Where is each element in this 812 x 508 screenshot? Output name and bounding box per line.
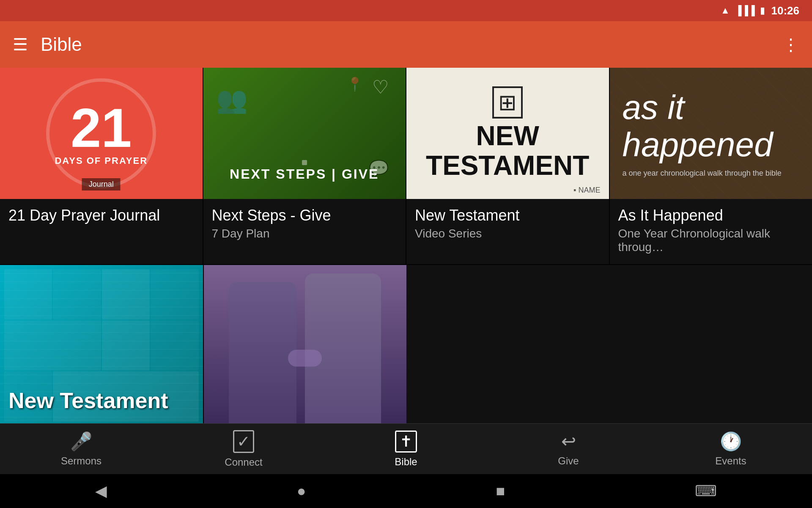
card-newtestament-subtitle: Video Series [415,227,601,240]
system-nav: ◀ ● ■ ⌨ [0,474,812,508]
nav-connect[interactable]: ✓ Connect [162,430,325,468]
newtestament-thumb-bg: ⊞ NEW TESTAMENT ▪ NAME [406,68,609,199]
toolbar: ☰ Bible ⋮ [0,21,812,68]
card-prayer-thumbnail: 21 DAYS OF PRAYER Journal [0,68,203,199]
card-newtestament-title: New Testament [415,207,601,224]
toolbar-title: Bible [41,34,770,55]
card-nextsteps-title: Next Steps - Give [212,207,398,224]
prayer-thumb-bg: 21 DAYS OF PRAYER Journal [0,68,203,199]
asithappened-main-text: as it happened [623,89,800,163]
home-button[interactable]: ● [297,482,306,500]
lovemarriage-thumb-bg [204,265,407,426]
nextsteps-overlay-text: NEXT STEPS | GIVE [203,166,406,182]
give-label: Give [558,455,579,467]
card-nextsteps-thumbnail: 👥 ♡ 📍 💬 NEXT STEPS | GIVE [203,68,406,199]
card-prayer-title: 21 Day Prayer Journal [8,207,194,224]
back-button[interactable]: ◀ [95,482,107,500]
status-icons: ▲ ▐▐▐ ▮ [721,5,765,16]
card-nextsteps-subtitle: 7 Day Plan [212,227,398,240]
bottom-nav: 🎤 Sermons ✓ Connect ✝ Bible ↩ Give 🕐 Eve… [0,423,812,474]
card-nextsteps-info: Next Steps - Give 7 Day Plan [203,199,406,251]
card-prayer-info: 21 Day Prayer Journal [0,199,203,237]
events-icon: 🕐 [720,431,742,452]
nt-title-big: NEW TESTAMENT [415,121,601,181]
connect-label: Connect [225,456,262,468]
battery-icon: ▮ [760,5,765,16]
give-icon: ↩ [561,431,576,452]
nav-events[interactable]: 🕐 Events [650,431,812,467]
events-label: Events [715,455,746,467]
prayer-circle: 21 DAYS OF PRAYER [46,78,156,188]
card-prayer[interactable]: 21 DAYS OF PRAYER Journal 21 Day Prayer … [0,68,203,264]
card-asithappened-title: As It Happened [618,207,804,224]
bible-icon: ✝ [395,431,417,453]
grid-row-1: 21 DAYS OF PRAYER Journal 21 Day Prayer … [0,68,812,264]
wifi-icon: ▲ [721,5,730,16]
nav-sermons[interactable]: 🎤 Sermons [0,431,162,467]
card-lovemarriage-thumbnail [204,265,407,426]
comic-label: New Testament [8,388,168,413]
card-newtestament-info: New Testament Video Series [406,199,609,251]
comic-thumb-bg: New Testament [0,265,203,426]
card-asithappened-subtitle: One Year Chronological walk throug… [618,227,804,254]
nt-content: ⊞ NEW TESTAMENT [406,78,609,189]
signal-icon: ▐▐▐ [735,5,755,16]
card-asithappened[interactable]: as it happened a one year chronological … [609,68,812,264]
card-thenewtest-thumbnail: New Testament [0,265,203,426]
more-icon[interactable]: ⋮ [782,35,799,54]
sermons-label: Sermons [61,455,102,467]
nextsteps-thumb-bg: 👥 ♡ 📍 💬 NEXT STEPS | GIVE [203,68,406,199]
menu-icon[interactable]: ☰ [13,35,28,54]
card-asithappened-thumbnail: as it happened a one year chronological … [610,68,812,199]
nt-icon: ⊞ [492,86,523,119]
keyboard-button[interactable]: ⌨ [695,482,717,500]
connect-icon: ✓ [233,430,254,453]
asithappened-thumb-bg: as it happened a one year chronological … [610,68,812,199]
prayer-number: 21 [71,100,132,155]
prayer-days-text: DAYS OF PRAYER [55,155,148,166]
card-newtestament-thumbnail: ⊞ NEW TESTAMENT ▪ NAME [406,68,609,199]
status-bar: ▲ ▐▐▐ ▮ 10:26 [0,0,812,21]
sermons-icon: 🎤 [70,431,92,452]
status-time: 10:26 [771,4,800,17]
nt-logo: ▪ NAME [573,186,600,195]
prayer-journal-badge: Journal [82,178,121,190]
content: 21 DAYS OF PRAYER Journal 21 Day Prayer … [0,68,812,478]
asithappened-sub-text: a one year chronological walk through th… [623,168,800,179]
nav-give[interactable]: ↩ Give [487,431,650,467]
bible-label: Bible [395,456,417,468]
card-asithappened-info: As It Happened One Year Chronological wa… [610,199,812,264]
asithappened-text-container: as it happened a one year chronological … [623,80,800,179]
card-newtestament[interactable]: ⊞ NEW TESTAMENT ▪ NAME New Testament Vid… [406,68,609,264]
recent-button[interactable]: ■ [496,482,505,500]
lovemarriage-figures [204,265,407,426]
nav-bible[interactable]: ✝ Bible [325,431,487,468]
card-nextsteps[interactable]: 👥 ♡ 📍 💬 NEXT STEPS | GIVE Next Steps - G… [203,68,406,264]
